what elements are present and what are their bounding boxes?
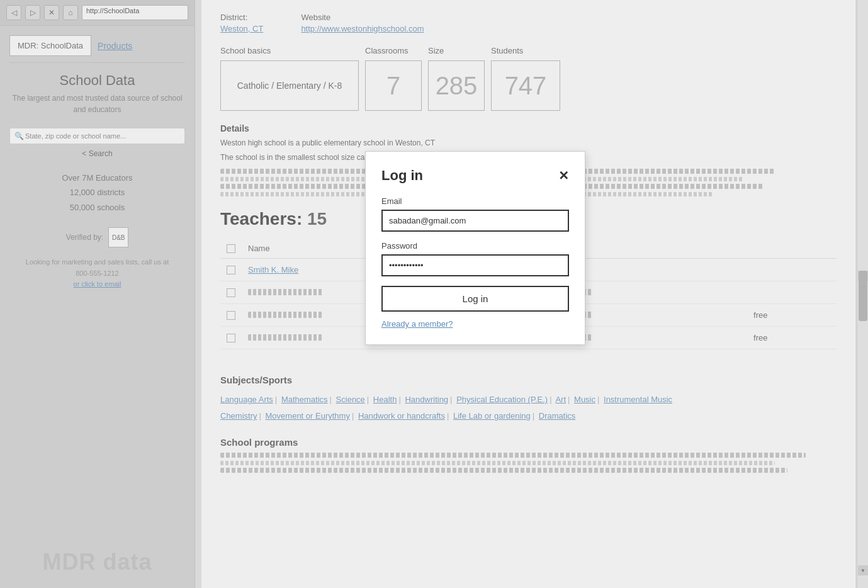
password-label: Password [381, 241, 569, 251]
email-input[interactable] [381, 210, 569, 232]
email-label: Email [381, 196, 569, 206]
modal-close-button[interactable]: ✕ [558, 168, 569, 183]
modal-overlay: Log in ✕ Email Password Log in Already a… [0, 0, 868, 588]
modal-header: Log in ✕ [381, 167, 569, 184]
already-member-link[interactable]: Already a member? [381, 319, 569, 329]
login-button[interactable]: Log in [381, 286, 569, 312]
modal-title: Log in [381, 167, 423, 184]
login-modal: Log in ✕ Email Password Log in Already a… [365, 151, 585, 345]
password-input[interactable] [381, 254, 569, 276]
